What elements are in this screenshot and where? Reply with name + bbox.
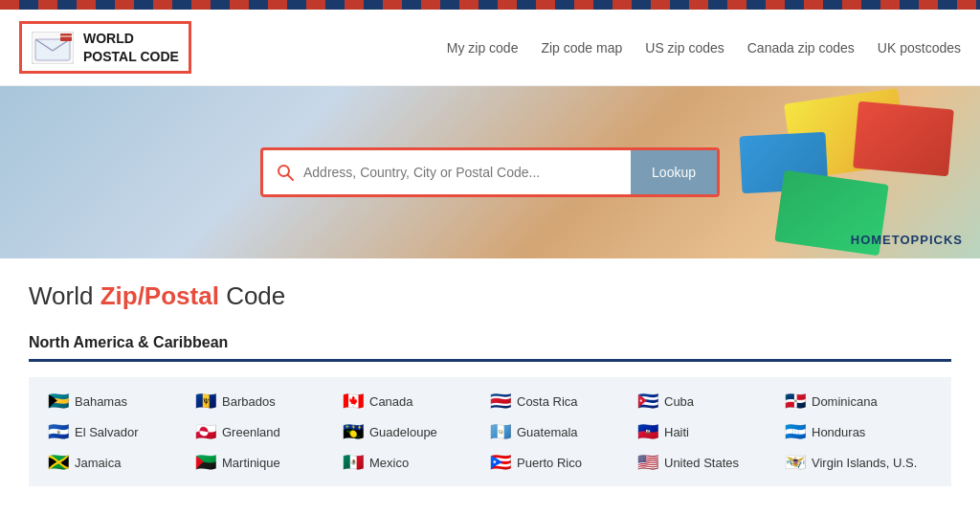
country-name: Costa Rica bbox=[517, 394, 578, 409]
flag-icon: 🇸🇻 bbox=[48, 421, 69, 442]
search-input[interactable] bbox=[303, 165, 631, 180]
country-item[interactable]: 🇧🇸Bahamas bbox=[48, 391, 195, 412]
country-item[interactable]: 🇵🇷Puerto Rico bbox=[490, 452, 637, 473]
flag-icon: 🇺🇸 bbox=[637, 452, 658, 473]
hero-banner: Lookup HOMETOPPICKS bbox=[0, 86, 980, 258]
watermark: HOMETOPPICKS bbox=[851, 233, 963, 247]
nav-zip-map[interactable]: Zip code map bbox=[541, 40, 622, 56]
page-title-world: World bbox=[29, 281, 100, 310]
country-name: Barbados bbox=[222, 394, 276, 409]
section-title-north-america: North America & Caribbean bbox=[29, 334, 951, 351]
page-title: World Zip/Postal Code bbox=[29, 281, 951, 311]
country-name: Haiti bbox=[664, 425, 689, 439]
flag-icon: 🇬🇹 bbox=[490, 421, 511, 442]
page-title-highlight: Zip/Postal bbox=[100, 281, 219, 310]
country-name: Guatemala bbox=[517, 425, 578, 439]
country-name: El Salvador bbox=[75, 425, 138, 439]
logo-text: WORLD POSTAL CODE bbox=[83, 30, 179, 64]
country-name: Honduras bbox=[812, 425, 865, 439]
flag-icon: 🇧🇧 bbox=[195, 391, 216, 412]
country-name: Canada bbox=[369, 394, 413, 409]
country-item[interactable]: 🇨🇷Costa Rica bbox=[490, 391, 637, 412]
country-item[interactable]: 🇲🇶Martinique bbox=[195, 452, 343, 473]
country-item[interactable]: 🇧🇧Barbados bbox=[195, 391, 343, 412]
country-name: Martinique bbox=[222, 456, 280, 470]
country-item[interactable]: 🇨🇦Canada bbox=[343, 391, 490, 412]
country-item[interactable]: 🇬🇹Guatemala bbox=[490, 421, 637, 442]
top-border bbox=[0, 0, 980, 10]
country-name: Dominicana bbox=[812, 394, 878, 409]
country-grid: 🇧🇸Bahamas🇧🇧Barbados🇨🇦Canada🇨🇷Costa Rica🇨… bbox=[29, 377, 951, 486]
section-north-america: North America & Caribbean 🇧🇸Bahamas🇧🇧Bar… bbox=[29, 334, 951, 486]
flag-icon: 🇬🇱 bbox=[195, 421, 216, 442]
flag-icon: 🇭🇹 bbox=[637, 421, 658, 442]
nav: My zip code Zip code map US zip codes Ca… bbox=[447, 40, 961, 56]
svg-rect-4 bbox=[60, 34, 72, 41]
flag-icon: 🇧🇸 bbox=[48, 391, 69, 412]
flag-icon: 🇨🇷 bbox=[490, 391, 511, 412]
flag-icon: 🇩🇴 bbox=[785, 391, 806, 412]
flag-icon: 🇻🇮 bbox=[785, 452, 806, 473]
flag-icon: 🇬🇵 bbox=[343, 421, 364, 442]
main-content: World Zip/Postal Code North America & Ca… bbox=[0, 258, 980, 509]
country-item[interactable]: 🇯🇲Jamaica bbox=[48, 452, 195, 473]
country-name: United States bbox=[664, 456, 739, 470]
flag-icon: 🇯🇲 bbox=[48, 452, 69, 473]
lookup-button[interactable]: Lookup bbox=[631, 150, 717, 194]
country-name: Puerto Rico bbox=[517, 456, 582, 470]
country-item[interactable]: 🇩🇴Dominicana bbox=[785, 391, 932, 412]
flag-icon: 🇨🇦 bbox=[343, 391, 364, 412]
country-item[interactable]: 🇭🇹Haiti bbox=[637, 421, 785, 442]
nav-my-zip[interactable]: My zip code bbox=[447, 40, 519, 56]
flag-icon: 🇭🇳 bbox=[785, 421, 806, 442]
nav-us-zip[interactable]: US zip codes bbox=[645, 40, 724, 56]
page-title-code: Code bbox=[219, 281, 285, 310]
country-name: Virgin Islands, U.S. bbox=[812, 456, 917, 470]
country-item[interactable]: 🇬🇱Greenland bbox=[195, 421, 343, 442]
country-name: Cuba bbox=[664, 394, 694, 409]
country-item[interactable]: 🇸🇻El Salvador bbox=[48, 421, 195, 442]
country-name: Guadeloupe bbox=[369, 425, 437, 439]
country-item[interactable]: 🇨🇺Cuba bbox=[637, 391, 785, 412]
country-name: Bahamas bbox=[75, 394, 127, 409]
country-item[interactable]: 🇭🇳Honduras bbox=[785, 421, 932, 442]
flag-icon: 🇲🇶 bbox=[195, 452, 216, 473]
country-item[interactable]: 🇻🇮Virgin Islands, U.S. bbox=[785, 452, 932, 473]
nav-uk-postcodes[interactable]: UK postcodes bbox=[878, 40, 961, 56]
header: WORLD POSTAL CODE My zip code Zip code m… bbox=[0, 10, 980, 86]
flag-icon: 🇲🇽 bbox=[343, 452, 364, 473]
logo-area[interactable]: WORLD POSTAL CODE bbox=[19, 21, 191, 73]
country-name: Jamaica bbox=[75, 456, 121, 470]
country-name: Greenland bbox=[222, 425, 280, 439]
country-item[interactable]: 🇲🇽Mexico bbox=[343, 452, 490, 473]
country-item[interactable]: 🇬🇵Guadeloupe bbox=[343, 421, 490, 442]
nav-canada-zip[interactable]: Canada zip codes bbox=[747, 40, 855, 56]
search-icon bbox=[277, 164, 294, 181]
country-name: Mexico bbox=[369, 456, 409, 470]
search-container: Lookup bbox=[260, 147, 720, 197]
logo-icon bbox=[32, 32, 74, 64]
flag-icon: 🇵🇷 bbox=[490, 452, 511, 473]
section-divider bbox=[29, 359, 951, 362]
country-item[interactable]: 🇺🇸United States bbox=[637, 452, 785, 473]
search-icon-wrap bbox=[263, 164, 303, 181]
svg-line-8 bbox=[288, 175, 294, 181]
flag-icon: 🇨🇺 bbox=[637, 391, 658, 412]
